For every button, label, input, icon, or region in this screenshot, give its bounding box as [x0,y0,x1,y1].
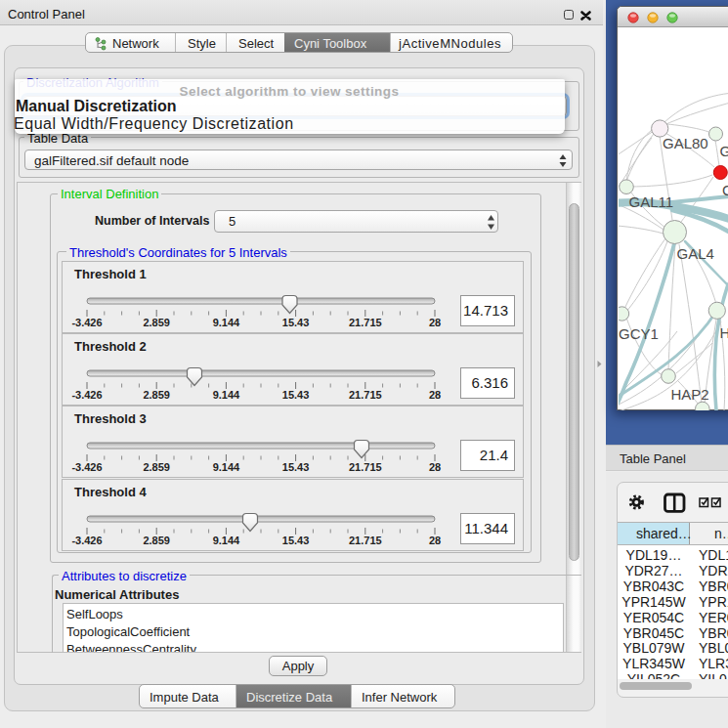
svg-text:2.859: 2.859 [143,389,170,401]
svg-text:G…: G… [720,143,728,159]
svg-text:21.715: 21.715 [349,317,382,328]
svg-text:15.43: 15.43 [282,535,310,546]
svg-text:GCY1: GCY1 [619,325,659,342]
svg-text:28: 28 [429,461,441,473]
svg-text:21.715: 21.715 [349,461,382,473]
svg-text:-3.426: -3.426 [71,317,102,328]
svg-text:-3.426: -3.426 [71,389,102,401]
svg-text:2.859: 2.859 [143,535,170,546]
svg-text:-3.426: -3.426 [71,535,102,546]
svg-text:28: 28 [429,389,441,401]
svg-text:15.43: 15.43 [282,461,310,473]
svg-text:9.144: 9.144 [213,535,240,546]
svg-text:15.43: 15.43 [282,389,310,401]
svg-text:-3.426: -3.426 [71,461,102,473]
svg-text:9.144: 9.144 [213,461,240,473]
svg-text:2.859: 2.859 [143,317,170,328]
svg-text:15.43: 15.43 [282,317,310,328]
svg-text:28: 28 [429,317,441,328]
svg-text:GAL80: GAL80 [663,135,708,151]
svg-text:28: 28 [429,535,441,546]
svg-text:C: C [722,182,728,198]
svg-text:H: H [720,324,728,341]
svg-text:GAL4: GAL4 [677,245,714,262]
svg-text:9.144: 9.144 [213,389,240,401]
svg-text:9.144: 9.144 [213,317,240,328]
svg-text:2.859: 2.859 [143,461,170,473]
svg-text:21.715: 21.715 [349,535,382,546]
svg-text:21.715: 21.715 [349,389,382,401]
svg-text:HAP2: HAP2 [671,386,709,403]
svg-text:GAL11: GAL11 [629,193,674,210]
